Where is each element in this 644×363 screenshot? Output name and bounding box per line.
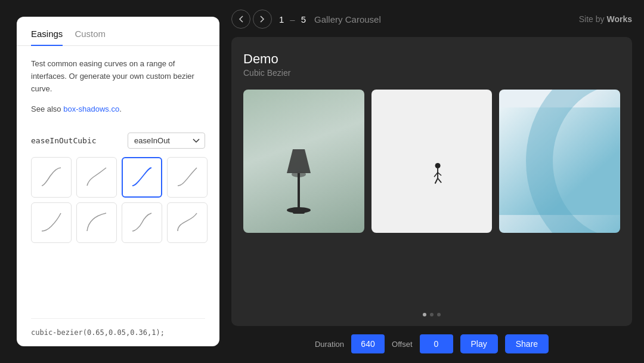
next-button[interactable]	[253, 10, 272, 29]
curve-cell-1[interactable]	[76, 157, 117, 198]
dot-1[interactable]	[430, 313, 434, 316]
curve-grid	[31, 157, 205, 243]
duration-label: Duration	[315, 340, 344, 349]
dot-0[interactable]	[423, 313, 426, 316]
svg-line-10	[438, 179, 441, 183]
curve-cell-3[interactable]	[167, 157, 208, 198]
dots-row	[243, 313, 620, 316]
dot-2[interactable]	[437, 313, 441, 316]
offset-label: Offset	[392, 340, 412, 349]
curve-cell-0[interactable]	[31, 157, 72, 198]
svg-point-5	[435, 163, 440, 168]
top-bar: 1 – 5 Gallery Carousel Site by Works	[231, 10, 632, 29]
panel-body: Test common easing curves on a range of …	[17, 46, 219, 346]
svg-rect-2	[298, 173, 300, 209]
curve-cell-7[interactable]	[167, 202, 208, 243]
share-button[interactable]: Share	[505, 334, 549, 353]
easing-row: easeInOutCubic easeInOut easeIn easeOut …	[31, 133, 205, 149]
site-by-name: Works	[606, 14, 632, 24]
easing-select[interactable]: easeInOut easeIn easeOut linear easeInBa…	[128, 133, 205, 149]
right-panel: 1 – 5 Gallery Carousel Site by Works Dem…	[219, 0, 644, 363]
svg-line-9	[435, 179, 438, 184]
gallery-label: Gallery Carousel	[314, 14, 381, 24]
slide-lamp	[243, 90, 364, 233]
page-info: 1 – 5 Gallery Carousel	[279, 14, 579, 24]
tab-custom[interactable]: Custom	[75, 29, 106, 46]
page-current: 1	[279, 14, 284, 24]
play-button[interactable]: Play	[460, 334, 498, 353]
slide-person	[371, 90, 493, 233]
bottom-bar: Duration Offset Play Share	[231, 334, 632, 353]
left-panel: Easings Custom Test common easing curves…	[17, 17, 219, 346]
svg-marker-0	[287, 149, 311, 173]
carousel-area: Demo Cubic Bezier	[231, 37, 632, 326]
carousel-subtitle: Cubic Bezier	[243, 68, 290, 78]
slides-row	[243, 90, 620, 304]
curve-cell-5[interactable]	[76, 202, 117, 243]
curve-cell-6[interactable]	[122, 202, 162, 243]
page-total: 5	[301, 14, 306, 24]
carousel-title: Demo	[243, 51, 278, 67]
prev-button[interactable]	[231, 10, 250, 29]
easing-label: easeInOutCubic	[31, 136, 97, 145]
box-shadows-link[interactable]: box-shadows.co	[63, 104, 119, 113]
svg-rect-4	[293, 209, 305, 214]
tab-easings[interactable]: Easings	[31, 29, 63, 46]
curve-cell-4[interactable]	[31, 202, 72, 243]
slide-blue	[499, 90, 620, 233]
curve-cell-2[interactable]	[122, 157, 162, 198]
description-main: Test common easing curves on a range of …	[31, 58, 205, 95]
site-by: Site by Works	[579, 14, 632, 24]
bezier-code: cubic-bezier(0.65,0.05,0.36,1);	[31, 318, 205, 337]
tabs-row: Easings Custom	[17, 17, 219, 46]
page-separator: –	[290, 14, 295, 24]
offset-input[interactable]	[420, 334, 453, 353]
description-secondary: See also box-shadows.co.	[31, 103, 205, 116]
duration-input[interactable]	[351, 334, 385, 353]
